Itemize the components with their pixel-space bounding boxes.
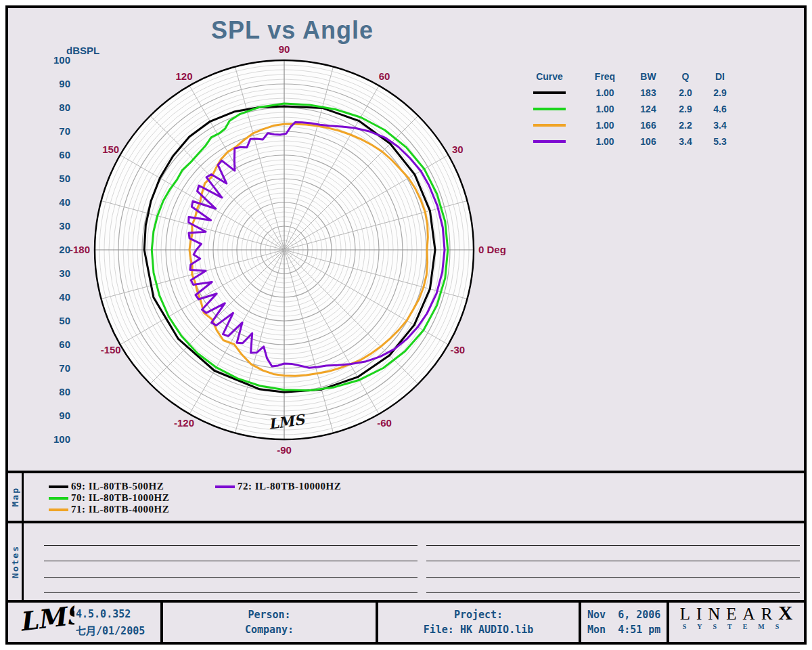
legend-swatch [533, 140, 566, 143]
note-line [44, 592, 418, 593]
note-line [44, 577, 418, 578]
note-line [426, 577, 800, 578]
footer-time: Mon 4:51 pm [587, 624, 667, 636]
legend-swatch-cell [520, 124, 579, 127]
legend-value: 183 [631, 87, 666, 98]
legend-header: DI [705, 71, 735, 82]
footer-bar: LMS 4.5.0.352 七月/01/2005 Person: Company… [8, 603, 804, 642]
map-label-cell: Map [8, 473, 24, 521]
linearx-wordmark: LINEARX [671, 604, 801, 623]
note-line [426, 592, 800, 593]
legend-swatch-cell [520, 108, 579, 110]
legend-value: 3.4 [705, 120, 735, 131]
angle-label-30: 30 [452, 144, 464, 155]
project-cell: Project: File: HK AUDIO.lib [378, 603, 579, 642]
legend-swatch-cell [520, 91, 579, 94]
angle-label-120: 120 [175, 70, 192, 82]
legend-header-row: CurveFreqBWQDI [520, 68, 743, 85]
legend-row: 1.001242.94.6 [520, 101, 743, 117]
version-date: 七月/01/2005 [76, 623, 145, 637]
notes-label: Notes [10, 545, 20, 578]
datetime-cell: Nov 6, 2006 Mon 4:51 pm [587, 603, 667, 642]
angle-label--30: -30 [450, 344, 465, 355]
map-swatch [49, 497, 68, 500]
legend-value: 1.00 [579, 136, 631, 147]
legend-table: CurveFreqBWQDI1.001832.02.91.001242.94.6… [520, 68, 743, 150]
legend-value: 1.00 [579, 104, 631, 114]
angle-label-150: 150 [102, 144, 119, 155]
legend-header: Curve [520, 71, 579, 82]
map-swatch [49, 508, 68, 511]
map-item: 71: IL-80TB-4000HZ [71, 504, 169, 515]
angle-label--180: -180 [70, 244, 90, 255]
legend-header: Q [666, 71, 705, 82]
linearx-systems: SYSTEMS [671, 623, 801, 630]
legend-value: 166 [631, 120, 666, 131]
person-label: Person: [163, 609, 376, 621]
map-swatch [215, 485, 235, 488]
footer-divider [667, 603, 669, 642]
angle-label--120: -120 [174, 417, 194, 429]
person-cell: Person: Company: [163, 603, 376, 642]
note-line [44, 545, 418, 546]
footer-divider [579, 603, 581, 642]
notes-section: Notes [8, 523, 804, 600]
angle-label--150: -150 [101, 344, 121, 355]
note-line [426, 561, 800, 561]
legend-value: 2.2 [666, 120, 705, 131]
legend-value: 124 [631, 104, 666, 114]
notes-label-cell: Notes [8, 523, 24, 600]
legend-header: Freq [579, 71, 631, 82]
legend-swatch-cell [520, 140, 579, 143]
note-line [44, 561, 418, 561]
file-label: File: HK AUDIO.lib [378, 624, 579, 636]
angle-label--60: -60 [377, 417, 392, 429]
legend-value: 106 [631, 136, 666, 147]
legend-value: 2.9 [666, 104, 705, 114]
polar-plot: 9060300 Deg-30-60-90-120-150-180150120LM… [61, 26, 508, 471]
angle-label--90: -90 [277, 444, 292, 456]
legend-value: 5.3 [705, 136, 735, 147]
project-label: Project: [378, 609, 579, 621]
legend-row: 1.001063.45.3 [520, 133, 743, 150]
legend-row: 1.001832.02.9 [520, 85, 743, 101]
map-item: 72: IL-80TB-10000HZ [238, 481, 341, 492]
legend-swatch [533, 91, 566, 94]
legend-swatch [533, 108, 566, 110]
angle-label-0 Deg: 0 Deg [478, 244, 506, 255]
map-label: Map [10, 487, 20, 506]
lms-logo: LMS [12, 604, 74, 641]
linearx-logo: LINEARX SYSTEMS [671, 604, 801, 630]
legend-swatch [533, 124, 566, 127]
report-frame: SPL vs Angle dBSPL 100908070605040302030… [5, 5, 807, 645]
svg-text:LMS: LMS [18, 604, 74, 637]
footer-date: Nov 6, 2006 [587, 609, 667, 621]
angle-label-60: 60 [379, 70, 390, 82]
version-text: 4.5.0.352 [76, 608, 131, 620]
legend-value: 3.4 [666, 136, 705, 147]
linearx-x: X [778, 602, 792, 624]
legend-value: 4.6 [705, 104, 735, 114]
legend-value: 1.00 [579, 120, 631, 131]
map-section: Map 69: IL-80TB-500HZ70: IL-80TB-1000HZ7… [8, 473, 804, 521]
legend-header: BW [631, 71, 666, 82]
company-label: Company: [163, 624, 376, 636]
map-swatch [49, 485, 68, 488]
map-item: 70: IL-80TB-1000HZ [71, 492, 169, 504]
legend-value: 1.00 [579, 87, 631, 98]
legend-row: 1.001662.23.4 [520, 117, 743, 133]
note-line [426, 545, 800, 546]
map-item: 69: IL-80TB-500HZ [71, 481, 164, 492]
legend-value: 2.0 [666, 87, 705, 98]
legend-value: 2.9 [705, 87, 735, 98]
angle-label-90: 90 [279, 43, 290, 55]
